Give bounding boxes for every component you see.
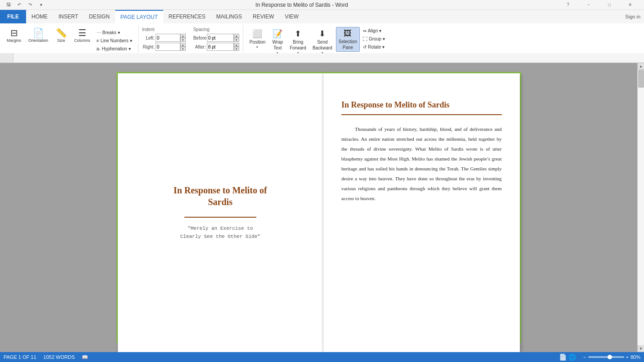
pages-container: In Response to Melito ofSardis "Merely a… [116, 72, 521, 343]
restore-button[interactable]: □ [599, 0, 620, 10]
selection-pane-button[interactable]: 🖼 Selection Pane [336, 27, 360, 52]
spacing-before-input[interactable] [207, 34, 234, 42]
word-count[interactable]: 1052 WORDS [44, 354, 75, 360]
tab-mailings[interactable]: MAILINGS [211, 10, 247, 23]
rotate-icon: ↺ [363, 45, 367, 49]
columns-label: Columns [74, 38, 90, 43]
spacing-before-label: Before: [193, 36, 206, 40]
right-divider [341, 114, 502, 115]
tab-home[interactable]: HOME [26, 10, 53, 23]
size-button[interactable]: 📏 Size [52, 27, 70, 45]
indent-right-input[interactable] [156, 43, 180, 51]
line-numbers-button[interactable]: ≡ Line Numbers▾ [94, 37, 134, 45]
tab-view[interactable]: VIEW [279, 10, 304, 23]
minimize-button[interactable]: − [578, 0, 599, 10]
paragraph-content: Indent Left: ▲ ▼ Right: [142, 25, 239, 57]
indent-left-down[interactable]: ▼ [180, 38, 186, 42]
spacing-after-input[interactable] [207, 43, 234, 51]
columns-icon: ☰ [78, 28, 86, 37]
scroll-track[interactable] [638, 70, 644, 345]
orientation-button[interactable]: 📄 Orientation [25, 27, 51, 45]
spacing-before-up[interactable]: ▲ [234, 34, 239, 38]
indent-left-input[interactable] [156, 34, 180, 42]
zoom-in-button[interactable]: + [626, 354, 629, 360]
indent-left-row: Left: ▲ ▼ [142, 34, 186, 42]
zoom-track[interactable] [588, 356, 624, 358]
tab-references[interactable]: REFERENCES [163, 10, 211, 23]
print-view-icon[interactable]: 📄 [559, 353, 567, 361]
spacing-before-row: Before: ▲ ▼ [193, 34, 239, 42]
position-button[interactable]: ⬜ Position ▾ [247, 27, 268, 51]
read-mode-icon[interactable]: 📖 [82, 354, 88, 360]
hyphenation-icon: a‑ [97, 46, 101, 51]
left-divider [184, 217, 256, 218]
sign-in-link[interactable]: Sign in [622, 10, 644, 23]
tab-review[interactable]: REVIEW [247, 10, 279, 23]
scroll-thumb[interactable] [638, 70, 644, 88]
position-chevron: ▾ [256, 45, 258, 49]
spacing-before-spinners: ▲ ▼ [234, 34, 239, 42]
margins-button[interactable]: ⊟ Margins [4, 27, 24, 45]
breaks-button[interactable]: ⋯ Breaks▾ [94, 29, 134, 36]
group-label: Group ▾ [369, 36, 385, 41]
indent-left-spinners: ▲ ▼ [180, 34, 186, 42]
zoom-out-button[interactable]: − [583, 354, 586, 360]
spacing-before-wrap: ▲ ▼ [207, 34, 239, 42]
size-icon: 📏 [56, 28, 67, 37]
ruler-corner [0, 53, 13, 63]
indent-left-input-wrap: ▲ ▼ [156, 34, 186, 42]
hyphenation-button[interactable]: a‑ Hyphenation▾ [94, 45, 134, 53]
tab-page-layout[interactable]: PAGE LAYOUT [115, 10, 163, 23]
tab-design[interactable]: DESIGN [84, 10, 115, 23]
web-view-icon[interactable]: 🌐 [568, 353, 576, 361]
save-button[interactable]: 🖫 [4, 0, 13, 10]
customize-button[interactable]: ▾ [36, 0, 46, 10]
breaks-label: Breaks [103, 30, 116, 35]
zoom-control: − + 80% [583, 354, 640, 360]
redo-button[interactable]: ↷ [25, 0, 35, 10]
zoom-level[interactable]: 80% [631, 354, 640, 360]
page-info[interactable]: PAGE 1 OF 11 [4, 354, 36, 360]
align-button[interactable]: ⇔ Align ▾ [361, 27, 387, 35]
rotate-button[interactable]: ↺ Rotate ▾ [361, 43, 387, 51]
scroll-up-button[interactable]: ▲ [638, 63, 644, 70]
undo-button[interactable]: ↶ [14, 0, 24, 10]
wrap-text-button[interactable]: 📝 Wrap Text ▾ [269, 27, 286, 57]
selection-pane-label: Selection [339, 39, 357, 44]
scroll-down-button[interactable]: ▼ [638, 345, 644, 352]
help-button[interactable]: ? [558, 0, 578, 10]
align-label: Align ▾ [368, 28, 381, 33]
spacing-section: Spacing Before: ▲ ▼ After: [193, 27, 239, 51]
indent-section: Indent Left: ▲ ▼ Right: [142, 27, 186, 51]
ribbon-tabs: FILE HOME INSERT DESIGN PAGE LAYOUT REFE… [0, 10, 644, 23]
zoom-thumb[interactable] [608, 355, 612, 359]
indent-title: Indent [142, 27, 186, 32]
page-left: In Response to Melito ofSardis "Merely a… [118, 73, 324, 352]
wrap-text-icon: 📝 [273, 29, 282, 39]
columns-button[interactable]: ☰ Columns [71, 27, 94, 45]
bring-forward-button[interactable]: ⬆ Bring Forward ▾ [287, 27, 309, 57]
group-icon: ⛶ [363, 36, 367, 41]
group-button[interactable]: ⛶ Group ▾ [361, 35, 387, 43]
spacing-title: Spacing [193, 27, 239, 32]
indent-left-up[interactable]: ▲ [180, 34, 186, 38]
tab-file[interactable]: FILE [0, 10, 26, 23]
spacing-before-down[interactable]: ▼ [234, 38, 239, 42]
indent-right-input-wrap: ▲ ▼ [156, 43, 186, 51]
page-setup-buttons: ⊟ Margins 📄 Orientation 📏 Size ☰ Columns [4, 25, 134, 57]
send-backward-icon: ⬇ [319, 29, 326, 39]
spacing-after-down[interactable]: ▼ [234, 47, 239, 51]
spacing-after-up[interactable]: ▲ [234, 43, 239, 47]
align-icon: ⇔ [363, 28, 367, 33]
tab-insert[interactable]: INSERT [53, 10, 84, 23]
wrap-text-label: Wrap [272, 40, 283, 45]
indent-right-down[interactable]: ▼ [180, 47, 186, 51]
selection-pane-label2: Pane [343, 45, 353, 50]
orientation-icon: 📄 [33, 28, 44, 37]
close-button[interactable]: ✕ [620, 0, 640, 10]
hyphenation-label: Hyphenation [102, 46, 127, 51]
view-icons: 📄 🌐 [559, 353, 576, 361]
indent-right-up[interactable]: ▲ [180, 43, 186, 47]
margins-label: Margins [7, 38, 21, 43]
send-backward-button[interactable]: ⬇ Send Backward ▾ [310, 27, 335, 57]
